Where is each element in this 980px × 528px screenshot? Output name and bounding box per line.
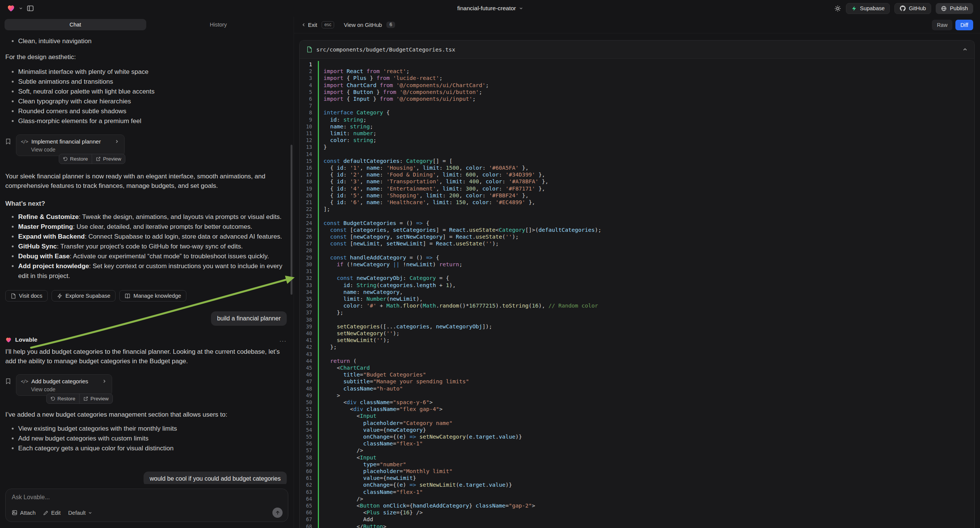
diff-toggle-button[interactable]: Diff [955,20,973,30]
tab-chat[interactable]: Chat [5,19,146,30]
lovable-logo-icon[interactable] [7,4,15,13]
code-view-header: Exit esc View on GitHub 6 Raw Diff [294,17,980,33]
explore-supabase-button[interactable]: Explore Supabase [51,290,116,302]
view-code-link[interactable]: View code [31,386,55,393]
bookmark-icon[interactable] [5,138,11,145]
code-line: 66 <Plus size={16} /> [300,509,974,516]
publish-button[interactable]: Publish [935,3,973,14]
chevron-down-icon [88,511,92,515]
supabase-icon [57,293,62,299]
more-options-icon[interactable]: ... [280,336,287,343]
code-line: 26 const [newCategory, setNewCategory] =… [300,233,974,240]
assistant-header: Lovable ... [5,336,287,343]
restore-button[interactable]: Restore [46,394,79,403]
file-diff-card: src/components/budget/BudgetCategories.t… [299,40,975,528]
code-line: 54 value={newCategory} [300,426,974,433]
code-line: 61 value={newLimit} [300,475,974,482]
settings-gear-icon[interactable] [834,5,842,12]
next-step-text: : Use clear, detailed, and iterative pro… [73,223,252,230]
attach-button[interactable]: Attach [12,510,36,516]
list-item: Master Prompting: Use clear, detailed, a… [18,222,287,232]
assistant-paragraph: I’ll help you add budget categories to t… [5,347,287,366]
preview-button[interactable]: Preview [80,394,113,403]
list-item: View existing budget categories with the… [18,424,287,434]
code-line: 21 { id: '6', name: 'Healthcare', limit:… [300,199,974,206]
next-step-label: Debug with Ease [18,253,70,260]
manage-knowledge-button[interactable]: Manage knowledge [119,290,186,302]
edit-card-add-budget-categories[interactable]: </> Add budget categories View code [16,374,112,396]
chat-scrollbar-thumb[interactable] [291,145,293,295]
preview-button[interactable]: Preview [92,154,125,164]
tab-history[interactable]: History [148,19,290,30]
code-line: 51 <div className="flex gap-4"> [300,406,974,412]
chevron-right-icon [102,379,107,383]
github-icon [900,5,906,11]
chat-input[interactable]: Ask Lovable... [12,494,283,501]
project-menu[interactable]: financial-future-creator [457,0,523,17]
manage-knowledge-label: Manage knowledge [134,293,181,299]
code-line: 28 [300,247,974,254]
model-label: Default [68,510,86,516]
image-icon [12,510,18,515]
restore-label: Restore [57,396,75,401]
exit-label: Exit [308,22,317,28]
bookmark-icon[interactable] [5,378,11,385]
collapse-chevron-up-icon[interactable] [963,47,967,52]
restore-preview-toolbar: Restore Preview [46,394,113,404]
view-on-github-link[interactable]: View on GitHub [344,22,382,28]
next-step-text: : Connect Supabase to add login, store d… [85,233,282,240]
view-code-link[interactable]: View code [31,146,55,153]
restore-button[interactable]: Restore [59,154,92,164]
code-line: 3import { Plus } from 'lucide-react'; [300,75,974,81]
esc-key-hint: esc [321,21,334,29]
code-icon: </> [21,139,28,144]
raw-toggle-button[interactable]: Raw [932,20,952,30]
code-line: 67 Add [300,516,974,523]
next-step-text: : Activate our experimental “chat mode” … [70,253,269,260]
send-button[interactable] [272,507,283,518]
assistant-name: Lovable [15,336,38,343]
code-panel: Exit esc View on GitHub 6 Raw Diff src/c… [294,17,980,528]
list-item: Minimalist interface with plenty of whit… [18,67,287,77]
chevron-down-icon[interactable] [19,6,23,10]
feature-bullet-list: View existing budget categories with the… [5,424,287,453]
supabase-label: Supabase [860,5,885,11]
preview-label: Preview [103,156,121,162]
top-bar: financial-future-creator Supabase GitHub… [0,0,980,17]
code-line: 7 [300,102,974,109]
list-item: Add project knowledge: Set key context o… [18,261,287,281]
list-item: Glass-morphic elements for a premium fee… [18,116,287,126]
list-item: GitHub Sync: Transfer your project’s cod… [18,242,287,251]
code-line: 41 setNewLimit(''); [300,337,974,344]
edit-card-title: Implement financial planner [32,138,101,145]
external-link-icon [96,156,101,161]
sidebar-toggle-icon[interactable] [27,5,34,12]
assistant-paragraph: I’ve added a new budget categories manag… [5,410,287,419]
code-line: 40 setNewCategory(''); [300,330,974,337]
code-line: 5import { Button } from '@/components/ui… [300,89,974,95]
code-line: 25 const [categories, setCategories] = R… [300,226,974,233]
code-line: 44 return ( [300,358,974,364]
whats-next-heading: What’s next? [5,199,287,208]
code-line: 1 [300,61,974,68]
chat-tabs: Chat History [5,19,289,30]
github-button[interactable]: GitHub [894,3,931,14]
edit-card-implement-financial-planner[interactable]: </> Implement financial planner View cod… [16,134,125,156]
file-header[interactable]: src/components/budget/BudgetCategories.t… [300,41,974,59]
exit-button[interactable]: Exit [302,22,317,28]
chevron-left-icon [302,23,306,27]
model-selector[interactable]: Default [68,510,92,516]
visit-docs-button[interactable]: Visit docs [5,290,48,302]
code-line: 10 name: string; [300,123,974,130]
code-line: 30 if (!newCategory || !newLimit) return… [300,261,974,268]
code-line: 32 const newCategoryObj: Category = { [300,275,974,281]
edit-mode-button[interactable]: Edit [43,510,60,516]
external-link-icon [83,396,88,401]
code-line: 60 placeholder="Monthly limit" [300,468,974,475]
code-editor[interactable]: 1 2import React from 'react';3import { P… [300,59,974,528]
edit-card-title: Add budget categories [32,378,88,385]
supabase-button[interactable]: Supabase [846,3,890,14]
code-line: 68 </Button> [300,523,974,528]
code-line: 18 { id: '3', name: 'Transportation', li… [300,178,974,185]
code-line: 8interface Category { [300,109,974,116]
